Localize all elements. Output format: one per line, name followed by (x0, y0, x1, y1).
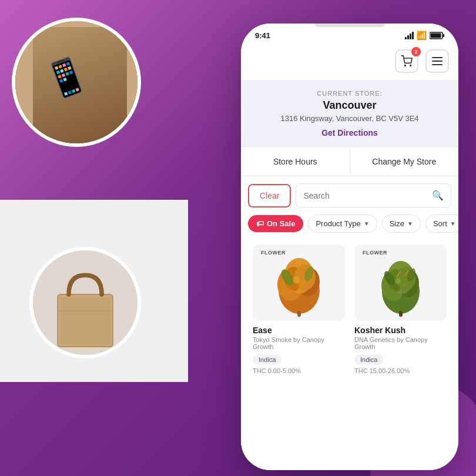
products-grid: FLOWER (241, 240, 458, 379)
cart-button[interactable]: 2 (395, 49, 418, 73)
product-brand: Tokyo Smoke by Canopy Growth (253, 336, 345, 350)
product-image: FLOWER (354, 244, 447, 321)
get-directions-link[interactable]: Get Directions (321, 128, 378, 138)
menu-icon (432, 57, 443, 58)
product-name: Ease (253, 326, 345, 335)
sale-tag-icon: 🏷 (256, 219, 264, 228)
svg-point-1 (33, 80, 127, 143)
svg-point-6 (55, 40, 105, 96)
sort-filter[interactable]: Sort ▼ (425, 214, 458, 233)
product-type-filter[interactable]: Product Type ▼ (308, 214, 377, 233)
change-store-button[interactable]: Change My Store (350, 148, 459, 176)
svg-point-29 (300, 280, 306, 286)
svg-rect-15 (61, 297, 110, 344)
store-address: 1316 Kingsway, Vancouver, BC V5V 3E4 (250, 114, 449, 123)
chevron-down-icon: ▼ (450, 220, 456, 227)
menu-icon (432, 64, 443, 65)
product-type-badge: Indica (354, 354, 383, 365)
sort-label: Sort (433, 219, 447, 228)
search-input[interactable] (303, 191, 432, 200)
store-info-section: CURRENT STORE: Vancouver 1316 Kingsway, … (241, 81, 458, 148)
size-label: Size (390, 219, 404, 228)
svg-point-44 (401, 289, 407, 294)
person-photo (12, 18, 141, 147)
svg-rect-47 (399, 311, 403, 317)
store-name: Vancouver (250, 99, 449, 112)
store-hours-button[interactable]: Store Hours (241, 148, 350, 176)
search-input-wrap[interactable]: 🔍 (296, 183, 451, 207)
bag-photo (29, 247, 141, 358)
product-badge: FLOWER (358, 248, 392, 257)
svg-point-7 (55, 35, 105, 61)
product-brand: DNA Genetics by Canopy Growth (354, 336, 447, 350)
svg-point-42 (403, 282, 407, 287)
product-thc: THC 15.00-26.00% (354, 367, 447, 374)
product-thc: THC 0.00-5.00% (253, 367, 345, 374)
svg-point-5 (65, 74, 95, 109)
svg-rect-34 (297, 311, 301, 317)
cart-badge: 2 (411, 47, 421, 56)
size-filter[interactable]: Size ▼ (382, 214, 421, 233)
product-badge: FLOWER (256, 248, 290, 257)
signal-icon (405, 32, 414, 39)
svg-point-2 (45, 80, 115, 143)
product-name: Kosher Kush (354, 326, 447, 335)
menu-icon (432, 61, 443, 62)
chevron-down-icon: ▼ (364, 220, 370, 227)
current-store-label: CURRENT STORE: (250, 90, 449, 97)
menu-button[interactable] (425, 49, 449, 73)
svg-rect-18 (443, 34, 445, 37)
phone-header: 2 (241, 45, 458, 81)
on-sale-label: On Sale (267, 219, 295, 228)
svg-point-21 (410, 65, 411, 66)
search-icon: 🔍 (432, 190, 444, 201)
svg-rect-10 (98, 98, 111, 120)
product-type-badge: Indica (253, 354, 281, 365)
svg-point-28 (293, 276, 300, 283)
search-bar: Clear 🔍 (241, 176, 458, 212)
chevron-down-icon: ▼ (407, 220, 413, 227)
on-sale-filter[interactable]: 🏷 On Sale (248, 215, 303, 232)
product-card[interactable]: FLOWER (350, 240, 451, 379)
filter-row: 🏷 On Sale Product Type ▼ Size ▼ Sort ▼ (241, 212, 458, 240)
battery-icon (430, 32, 444, 39)
phone-device: 9:41 📶 (241, 24, 458, 470)
cart-icon (401, 55, 413, 67)
product-card[interactable]: FLOWER (248, 240, 350, 379)
svg-rect-4 (65, 106, 98, 110)
svg-point-20 (405, 65, 406, 66)
svg-point-43 (393, 285, 400, 292)
svg-point-31 (299, 287, 306, 294)
time-display: 9:41 (255, 31, 270, 40)
svg-point-41 (395, 278, 401, 284)
status-icons: 📶 (405, 31, 444, 40)
clear-button[interactable]: Clear (248, 184, 291, 207)
svg-rect-19 (431, 33, 441, 38)
svg-point-11 (99, 109, 105, 115)
product-type-label: Product Type (316, 219, 360, 228)
svg-point-8 (92, 93, 121, 125)
wifi-icon: 📶 (417, 31, 427, 40)
svg-rect-3 (62, 98, 98, 102)
store-action-buttons: Store Hours Change My Store (241, 148, 458, 176)
svg-rect-9 (96, 95, 113, 123)
svg-rect-0 (15, 21, 138, 143)
product-image: FLOWER (253, 244, 345, 321)
